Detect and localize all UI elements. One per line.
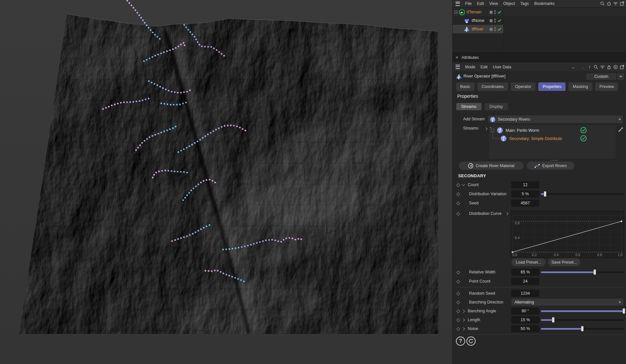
forward-icon[interactable]: → xyxy=(579,64,585,70)
keyframe-diamond-icon[interactable] xyxy=(456,292,460,295)
tree-row-tfnoise[interactable]: tfNoise xyxy=(453,16,626,25)
length-slider[interactable] xyxy=(541,316,624,324)
seed-field[interactable]: 4567 xyxy=(511,199,539,207)
close-icon[interactable]: ✕ xyxy=(455,55,459,60)
create-river-material-button[interactable]: Create River Material xyxy=(459,162,524,170)
point-count-field[interactable]: 24 xyxy=(511,278,539,285)
preset-selector[interactable]: Custom xyxy=(586,73,616,80)
chevron-right-icon[interactable] xyxy=(484,127,488,130)
menu-icon[interactable] xyxy=(456,65,460,69)
help-icon[interactable]: ? xyxy=(456,337,465,346)
tab-preview[interactable]: Preview xyxy=(595,82,618,91)
stream-item-label[interactable]: Secondary: Simple Distribute xyxy=(509,136,562,141)
stream-item-label[interactable]: Main: Perlin Worm xyxy=(506,128,539,133)
export-rivers-button[interactable]: Export Rivers xyxy=(527,162,574,170)
up-icon[interactable]: ↑ xyxy=(587,64,592,70)
expander-minus-icon[interactable] xyxy=(454,10,458,14)
stream-item-secondary[interactable]: Secondary: Simple Distribute xyxy=(498,134,625,143)
keyframe-diamond-icon[interactable] xyxy=(456,270,460,274)
distribution-curve-editor[interactable]: 0.40.80.00.20.40.60.81.0 xyxy=(511,211,624,258)
add-stream-dropdown[interactable]: Secondary Rivers xyxy=(488,115,616,123)
stream-item-main[interactable]: Main: Perlin Worm xyxy=(489,126,616,134)
reset-icon[interactable] xyxy=(466,337,476,346)
random-seed-field[interactable]: 1234 xyxy=(511,290,539,297)
tree-row-tfterrain[interactable]: tfTerrain xyxy=(453,8,626,16)
keyframe-diamond-icon[interactable] xyxy=(456,192,460,196)
tab-basic[interactable]: Basic xyxy=(456,82,475,91)
relative-width-slider[interactable] xyxy=(541,268,624,276)
menu-tags[interactable]: Tags xyxy=(518,1,531,6)
keyframe-diamond-icon[interactable] xyxy=(456,201,460,205)
menu-edit[interactable]: Edit xyxy=(474,1,487,6)
relative-width-field[interactable]: 65 % xyxy=(511,269,539,276)
chevron-right-icon[interactable] xyxy=(462,310,465,313)
enabled-check-icon[interactable] xyxy=(497,27,501,31)
keyframe-diamond-icon[interactable] xyxy=(456,280,460,283)
layer-toggle-icon[interactable] xyxy=(490,28,493,31)
menu-view[interactable]: View xyxy=(487,1,501,6)
noise-slider[interactable] xyxy=(541,325,624,333)
add-stream-caret[interactable] xyxy=(616,115,623,123)
chevron-right-icon[interactable] xyxy=(505,212,509,216)
keyframe-diamond-icon[interactable] xyxy=(456,318,460,322)
distribution-variation-field[interactable]: 5 % xyxy=(511,190,539,198)
visibility-dots-icon[interactable] xyxy=(494,27,496,31)
menu-icon[interactable] xyxy=(456,2,460,6)
noise-field[interactable]: 50 % xyxy=(511,325,539,332)
expander-minus-icon[interactable] xyxy=(491,129,494,132)
save-preset-button[interactable]: Save Preset... xyxy=(548,258,580,266)
menu-user-data[interactable]: User Data xyxy=(490,65,514,69)
keyframe-diamond-icon[interactable] xyxy=(456,212,460,216)
filter-icon[interactable] xyxy=(600,65,605,69)
tree-row-tfriver[interactable]: tfRiver xyxy=(453,25,626,33)
banching-direction-dropdown[interactable]: Alternating xyxy=(512,299,623,306)
tab-coordinates[interactable]: Coordinates xyxy=(478,82,508,91)
subtab-display[interactable]: Display xyxy=(485,103,508,110)
back-icon[interactable]: ← xyxy=(570,64,577,70)
banching-angle-slider[interactable] xyxy=(541,307,624,315)
resize-grip-icon[interactable] xyxy=(551,160,551,161)
stream-enabled-check-icon[interactable] xyxy=(580,127,587,133)
tab-masking[interactable]: Masking xyxy=(568,82,592,91)
subtab-streams[interactable]: Streams xyxy=(456,103,481,110)
count-field[interactable]: 12 xyxy=(511,181,539,188)
viewport-3d[interactable] xyxy=(0,0,452,364)
menu-edit[interactable]: Edit xyxy=(478,65,490,69)
tab-operator[interactable]: Operator xyxy=(511,82,535,91)
chevron-down-icon[interactable] xyxy=(462,183,465,186)
enabled-check-icon[interactable] xyxy=(497,10,501,14)
enabled-check-icon[interactable] xyxy=(497,19,501,23)
popout-icon[interactable] xyxy=(620,1,624,6)
chevron-right-icon[interactable] xyxy=(462,319,465,322)
visibility-dots-icon[interactable] xyxy=(494,10,496,14)
search-icon[interactable] xyxy=(600,1,605,6)
menu-bookmarks[interactable]: Bookmarks xyxy=(531,1,557,6)
tree-label[interactable]: tfTerrain xyxy=(467,10,481,14)
preset-selector-caret[interactable] xyxy=(617,73,624,80)
tree-label[interactable]: tfNoise xyxy=(472,18,484,23)
menu-mode[interactable]: Mode xyxy=(462,65,478,69)
keyframe-diamond-icon[interactable] xyxy=(456,183,460,187)
layer-toggle-icon[interactable] xyxy=(490,11,493,14)
home-icon[interactable] xyxy=(607,1,611,6)
chevron-right-icon[interactable] xyxy=(462,327,465,331)
layer-toggle-icon[interactable] xyxy=(490,19,493,22)
visibility-dots-icon[interactable] xyxy=(494,19,496,23)
menu-object[interactable]: Object xyxy=(501,1,518,6)
keyframe-diamond-icon[interactable] xyxy=(456,327,460,331)
distribution-variation-slider[interactable] xyxy=(541,190,624,198)
filter-icon[interactable] xyxy=(613,1,618,6)
load-preset-button[interactable]: Load Preset... xyxy=(512,258,546,266)
keyframe-diamond-icon[interactable] xyxy=(456,309,460,313)
streams-list-box[interactable]: Main: Perlin Worm Secondary: Simple Dist… xyxy=(489,125,616,159)
banching-angle-field[interactable]: 90 ° xyxy=(511,307,539,315)
popout-icon[interactable] xyxy=(620,65,624,69)
lock-icon[interactable] xyxy=(607,65,611,69)
target-icon[interactable] xyxy=(613,65,618,69)
picker-icon[interactable] xyxy=(618,127,623,132)
menu-file[interactable]: File xyxy=(462,1,474,6)
search-icon[interactable] xyxy=(594,65,598,69)
stream-enabled-check-icon[interactable] xyxy=(580,135,587,142)
tree-label[interactable]: tfRiver xyxy=(472,27,483,31)
tab-properties[interactable]: Properties xyxy=(538,82,565,91)
